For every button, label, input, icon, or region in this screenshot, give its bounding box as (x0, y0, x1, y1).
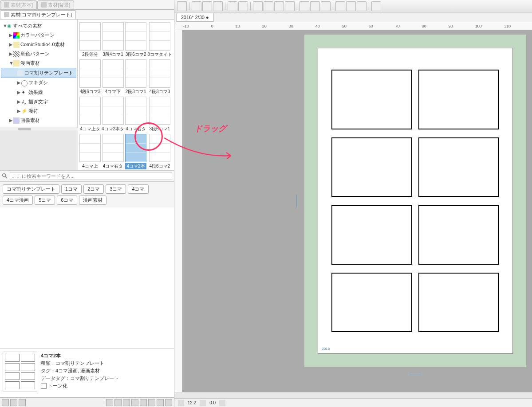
page-label: 2016 (322, 347, 330, 351)
tree-color[interactable]: ▶カラーパターン (1, 31, 76, 40)
tag-button[interactable]: 2コマ (83, 184, 104, 194)
thumbnail-grid[interactable]: 2段等分3段4コマ13段6コマ28コマタイト4段6コマ34コマ下2段3コマ14段… (78, 20, 174, 170)
tab-icon (4, 12, 9, 17)
tag-button[interactable]: 4コマ (128, 184, 148, 194)
snap-icon[interactable] (346, 1, 356, 11)
grid-icon[interactable] (123, 399, 130, 406)
comic-frame[interactable] (331, 70, 412, 129)
grid-icon[interactable] (310, 1, 320, 11)
grid-icon[interactable] (114, 399, 122, 406)
tag-button[interactable]: 3コマ (106, 184, 126, 194)
list-icon[interactable] (140, 399, 147, 406)
thumbnail-item[interactable]: 4コマ上 (79, 133, 101, 169)
save-icon[interactable] (213, 1, 223, 11)
tag-button[interactable]: 4コマ漫画 (3, 196, 33, 205)
thumbnail-item[interactable]: 8コマタイト (147, 21, 172, 58)
tree-manpu[interactable]: ▶⚡漫符 (1, 106, 76, 116)
meta-tone-check[interactable]: トーン化 (41, 383, 119, 389)
tree-effect[interactable]: ▶✦効果線 (1, 88, 76, 97)
undo-icon[interactable] (228, 1, 237, 11)
color-icon (13, 32, 20, 39)
comic-frame[interactable] (418, 205, 499, 265)
menu-icon[interactable] (157, 399, 164, 406)
doc-tab[interactable]: 2016* 2/30 ● (176, 13, 214, 22)
tag-button[interactable]: 漫画素材 (79, 196, 106, 205)
tree-comic[interactable]: ▶ComicStudio4.0素材 (1, 40, 76, 49)
thumbnail-item[interactable]: 4段6コマ3 (79, 59, 101, 95)
search-input[interactable] (10, 172, 172, 180)
tag-button[interactable]: 5コマ (35, 196, 55, 205)
list-icon[interactable] (131, 399, 138, 406)
status-angle: 0.0 (209, 400, 216, 405)
left-bottom-bar (0, 397, 174, 407)
menu-icon[interactable] (148, 399, 155, 406)
ruler-icon[interactable] (299, 1, 309, 11)
thumbnail-item[interactable]: 3段6コマ2 (125, 21, 146, 58)
redo-icon[interactable] (238, 1, 248, 11)
canvas[interactable]: 2016 (182, 30, 532, 392)
tree-manga[interactable]: ▼漫画素材 (1, 59, 76, 68)
comic-frame[interactable] (418, 70, 499, 129)
new-icon[interactable] (192, 1, 201, 11)
hand-icon[interactable] (178, 400, 184, 406)
tab-template[interactable]: 素材[コマ割りテンプレート] (0, 10, 76, 19)
expand-icon[interactable] (285, 1, 295, 11)
comic-frame[interactable] (331, 137, 412, 197)
comic-frame[interactable] (418, 273, 499, 333)
meta-datatag: データタグ：コマ割りテンプレート (41, 375, 119, 382)
transform-icon[interactable] (274, 1, 284, 11)
snap-icon[interactable] (357, 1, 366, 11)
paste-icon[interactable] (2, 399, 9, 406)
material-tree[interactable]: ▼◉ すべての素材 ▶カラーパターン ▶ComicStudio4.0素材 ▶単色… (0, 20, 78, 127)
open-icon[interactable] (202, 1, 212, 11)
snap-icon[interactable] (335, 1, 345, 11)
thumbnail-item[interactable]: 4コマ2本タ (102, 96, 124, 132)
thumbnail-item[interactable]: 4コマ上タ (79, 96, 101, 132)
thumbnail-item[interactable]: 4コマ2本 (125, 133, 146, 169)
material-tabs-2: 素材[コマ割りテンプレート] (0, 10, 174, 20)
thumbnail-item[interactable]: 2段3コマ1 (125, 59, 146, 95)
rotate-icon[interactable] (219, 400, 225, 406)
tree-balloon[interactable]: ▶フキダシ (1, 78, 76, 87)
ruler-horizontal: -100102030405060708090100110120130140150… (174, 22, 532, 30)
scrollbar-horizontal[interactable] (174, 392, 532, 398)
tree-frame-template[interactable]: コマ割りテンプレート (1, 68, 76, 78)
star-icon[interactable] (19, 399, 26, 406)
folder-icon[interactable] (10, 399, 17, 406)
thumbnail-item[interactable]: 4コマ下 (102, 59, 124, 95)
tree-mono[interactable]: ▶単色パターン (1, 49, 76, 59)
tree-drawn[interactable]: ▶ん描き文字 (1, 97, 76, 106)
thumbnail-item[interactable]: 4コマ右タ (125, 96, 146, 132)
swirl-icon[interactable] (177, 1, 187, 11)
view-icon[interactable] (106, 399, 113, 406)
tree-image[interactable]: ▶画像素材 (1, 116, 76, 125)
pattern-icon (13, 51, 20, 57)
guide-icon[interactable] (321, 1, 331, 11)
tree-scrollbar[interactable] (0, 127, 78, 130)
tab-basic[interactable]: 素材[基本] (0, 0, 37, 9)
comic-frame[interactable] (418, 137, 499, 197)
thumbnail-item[interactable]: 4段6コマ2 (147, 133, 172, 169)
tag-button[interactable]: コマ割りテンプレート (3, 184, 59, 194)
comic-frame[interactable] (331, 205, 412, 265)
thumbnail-item[interactable]: 3段4コマ1 (102, 21, 124, 58)
thumbnail-item[interactable]: 2段等分 (79, 21, 101, 58)
paper[interactable]: 2016 (318, 48, 513, 354)
select-icon[interactable] (253, 1, 263, 11)
thumbnail-item[interactable]: 4段3コマ3 (147, 59, 172, 95)
tree-all[interactable]: ▼◉ すべての素材 (1, 21, 76, 31)
trash-icon[interactable] (165, 399, 172, 406)
crop-icon[interactable] (264, 1, 273, 11)
thumbnail-item[interactable]: 4コマ右タ (102, 133, 124, 169)
comic-frame[interactable] (331, 273, 412, 333)
zoom-icon[interactable] (200, 400, 206, 406)
svg-point-0 (3, 174, 6, 177)
material-tabs: 素材[基本] 素材[背景] (0, 0, 174, 10)
tab-icon (41, 2, 47, 8)
tag-button[interactable]: 6コマ (57, 196, 77, 205)
tab-bg[interactable]: 素材[背景] (37, 0, 74, 9)
display-icon[interactable] (371, 1, 381, 11)
thumbnail-item[interactable]: 3段6コマ1 (147, 96, 172, 132)
checkbox-icon (41, 383, 47, 389)
tag-button[interactable]: 1コマ (61, 184, 82, 194)
